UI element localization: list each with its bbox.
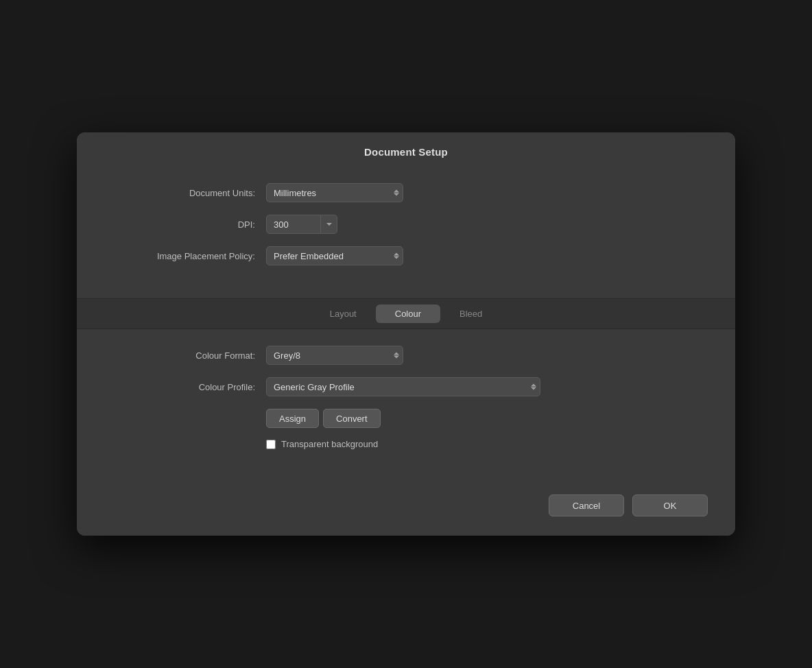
document-units-label: Document Units: bbox=[118, 188, 255, 198]
dpi-dropdown-button[interactable] bbox=[321, 215, 337, 234]
dpi-label: DPI: bbox=[118, 219, 255, 230]
dpi-input[interactable] bbox=[266, 215, 321, 234]
transparent-bg-row: Transparent background bbox=[266, 439, 694, 449]
tab-colour[interactable]: Colour bbox=[376, 305, 440, 323]
dialog-title: Document Setup bbox=[364, 146, 448, 158]
colour-section: Colour Format: Grey/8 RGB/8 RGB/16 CMYK/… bbox=[77, 329, 735, 484]
document-units-select[interactable]: Millimetres Inches Centimetres Points Pi… bbox=[266, 183, 403, 202]
colour-format-label: Colour Format: bbox=[118, 350, 255, 361]
assign-button[interactable]: Assign bbox=[266, 409, 319, 428]
colour-profile-row: Colour Profile: Generic Gray Profile sRG… bbox=[118, 377, 694, 396]
colour-format-row: Colour Format: Grey/8 RGB/8 RGB/16 CMYK/… bbox=[118, 346, 694, 365]
transparent-bg-label: Transparent background bbox=[281, 439, 378, 449]
colour-format-select[interactable]: Grey/8 RGB/8 RGB/16 CMYK/8 CMYK/16 bbox=[266, 346, 403, 365]
dialog-footer: Cancel OK bbox=[77, 484, 735, 536]
convert-button[interactable]: Convert bbox=[323, 409, 381, 428]
dpi-wrapper bbox=[266, 215, 337, 234]
title-bar: Document Setup bbox=[77, 132, 735, 169]
tab-layout[interactable]: Layout bbox=[311, 305, 376, 323]
image-placement-wrapper: Prefer Embedded Prefer Linked Force Embe… bbox=[266, 246, 403, 265]
colour-profile-wrapper: Generic Gray Profile sRGB IEC61966-2.1 A… bbox=[266, 377, 540, 396]
image-placement-label: Image Placement Policy: bbox=[118, 251, 255, 261]
transparent-bg-checkbox[interactable] bbox=[266, 440, 276, 449]
tab-bleed[interactable]: Bleed bbox=[440, 305, 501, 323]
tab-bar: Layout Colour Bleed bbox=[77, 298, 735, 329]
dpi-arrow-down-icon bbox=[326, 223, 332, 226]
image-placement-select[interactable]: Prefer Embedded Prefer Linked Force Embe… bbox=[266, 246, 403, 265]
document-setup-dialog: Document Setup Document Units: Millimetr… bbox=[77, 132, 735, 536]
dpi-row: DPI: bbox=[118, 215, 694, 234]
colour-profile-select[interactable]: Generic Gray Profile sRGB IEC61966-2.1 A… bbox=[266, 377, 540, 396]
colour-format-wrapper: Grey/8 RGB/8 RGB/16 CMYK/8 CMYK/16 bbox=[266, 346, 403, 365]
document-units-row: Document Units: Millimetres Inches Centi… bbox=[118, 183, 694, 202]
assign-convert-row: Assign Convert bbox=[266, 409, 694, 428]
document-units-wrapper: Millimetres Inches Centimetres Points Pi… bbox=[266, 183, 403, 202]
cancel-button[interactable]: Cancel bbox=[549, 494, 624, 516]
colour-profile-label: Colour Profile: bbox=[118, 382, 255, 392]
top-section: Document Units: Millimetres Inches Centi… bbox=[77, 169, 735, 298]
ok-button[interactable]: OK bbox=[632, 494, 708, 516]
image-placement-row: Image Placement Policy: Prefer Embedded … bbox=[118, 246, 694, 265]
